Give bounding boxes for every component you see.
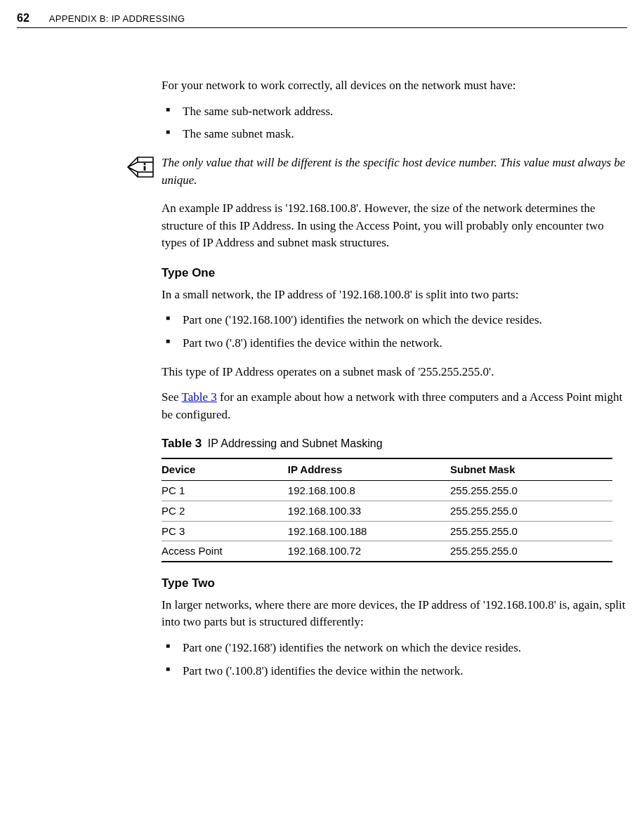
table-title: IP Addressing and Subnet Masking (208, 437, 383, 449)
table-cell: PC 2 (162, 501, 288, 521)
table-row: Access Point 192.168.100.72 255.255.255.… (162, 541, 612, 562)
type-one-heading: Type One (162, 265, 631, 282)
table-cell: PC 1 (162, 481, 288, 501)
table-header-cell: Subnet Mask (450, 458, 612, 480)
table-caption: Table 3 IP Addressing and Subnet Masking (162, 435, 631, 453)
table-label: Table 3 (162, 437, 202, 450)
info-icon (126, 156, 155, 178)
type-two-heading: Type Two (162, 575, 631, 593)
example-paragraph: An example IP address is '192.168.100.8'… (162, 200, 631, 252)
see-prefix: See (162, 390, 182, 404)
table-header-cell: Device (162, 458, 288, 480)
table-row: PC 1 192.168.100.8 255.255.255.0 (162, 481, 612, 501)
table-link[interactable]: Table 3 (182, 390, 217, 404)
type-two-intro: In larger networks, where there are more… (162, 597, 631, 631)
table-cell: 192.168.100.188 (288, 521, 450, 541)
info-note-text: The only value that will be different is… (162, 154, 631, 189)
page-header: 62 APPENDIX B: IP ADDRESSING (17, 10, 627, 28)
type-one-see-para: See Table 3 for an example about how a n… (162, 389, 631, 423)
info-note: The only value that will be different is… (126, 154, 631, 189)
table-header-row: Device IP Address Subnet Mask (162, 458, 612, 480)
svg-point-3 (143, 163, 145, 165)
type-two-bullet-list: Part one ('192.168') identifies the netw… (162, 640, 631, 680)
table-cell: 255.255.255.0 (450, 521, 612, 541)
header-title: APPENDIX B: IP ADDRESSING (49, 13, 185, 26)
list-item: Part one ('192.168') identifies the netw… (162, 640, 631, 657)
list-item: Part two ('.100.8') identifies the devic… (162, 663, 631, 680)
table-cell: 192.168.100.8 (288, 481, 450, 501)
table-cell: PC 3 (162, 521, 288, 541)
page-number: 62 (17, 10, 29, 26)
svg-marker-0 (128, 157, 138, 177)
table-header-cell: IP Address (288, 458, 450, 480)
intro-bullet-list: The same sub-network address. The same s… (162, 103, 631, 143)
ip-table: Device IP Address Subnet Mask PC 1 192.1… (162, 458, 612, 562)
page-content: For your network to work correctly, all … (162, 77, 631, 691)
list-item: Part one ('192.168.100') identifies the … (162, 312, 631, 329)
see-suffix: for an example about how a network with … (162, 390, 622, 421)
table-row: PC 3 192.168.100.188 255.255.255.0 (162, 521, 612, 541)
type-one-mask-para: This type of IP Address operates on a su… (162, 364, 631, 381)
table-row: PC 2 192.168.100.33 255.255.255.0 (162, 501, 612, 521)
type-one-intro: In a small network, the IP address of '1… (162, 286, 631, 304)
type-one-bullet-list: Part one ('192.168.100') identifies the … (162, 312, 631, 352)
svg-rect-4 (144, 166, 146, 171)
table-cell: Access Point (162, 541, 288, 562)
list-item: The same sub-network address. (162, 103, 631, 121)
table-cell: 255.255.255.0 (450, 501, 612, 521)
table-cell: 192.168.100.72 (288, 541, 450, 562)
list-item: Part two ('.8') identifies the device wi… (162, 335, 631, 352)
table-cell: 192.168.100.33 (288, 501, 450, 521)
intro-paragraph: For your network to work correctly, all … (162, 77, 631, 95)
list-item: The same subnet mask. (162, 126, 631, 143)
table-cell: 255.255.255.0 (450, 481, 612, 501)
table-cell: 255.255.255.0 (450, 541, 612, 562)
